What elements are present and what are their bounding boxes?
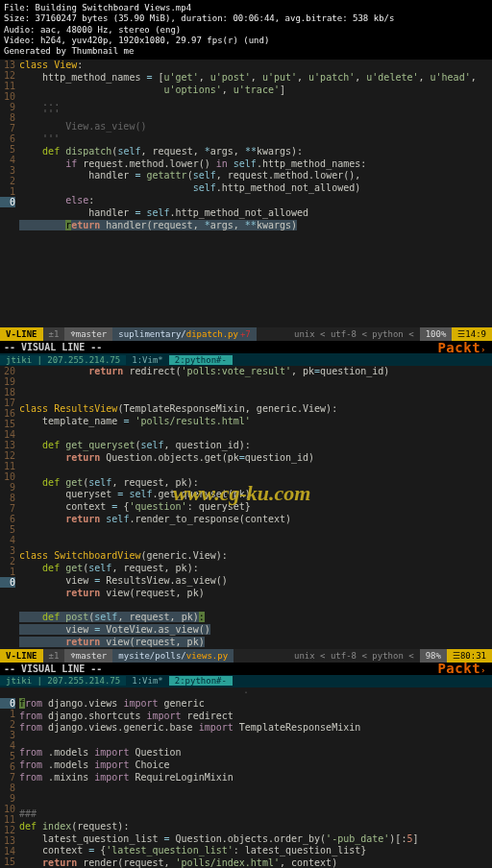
branch-name: ♆ master — [64, 649, 112, 663]
meta-video: Video: h264, yuv420p, 1920x1080, 29.97 f… — [4, 36, 488, 46]
meta-audio: Audio: aac, 48000 Hz, stereo (eng) — [4, 25, 488, 36]
file-path: suplimentary/dipatch.py+7 — [112, 327, 256, 341]
tmux-session: jtiki | 207.255.214.75 — [0, 355, 126, 365]
tmux-status-1: jtiki | 207.255.214.75 1:Vim* 2:python#- — [0, 353, 492, 366]
command-line-2[interactable]: -- VISUAL LINE -- Packt› — [0, 663, 492, 675]
gutter: 01 23 45 67 89 1011 1213 1415 1617 1819 … — [0, 698, 19, 868]
editor-pane-3: · 01 23 45 67 89 1011 1213 1415 1617 181… — [0, 687, 492, 868]
meta-file: File: Building Switchboard Views.mp4 — [4, 3, 488, 13]
tmux-tab-vim[interactable]: 1:Vim* — [126, 355, 169, 365]
statusline-2: V-LINE ±1 ♆ master mysite/polls/views.py… — [0, 649, 492, 663]
tmux-status-2: jtiki | 207.255.214.75 1:Vim* 2:python#- — [0, 675, 492, 687]
editor-pane-1: 1312 1110 98 76 54 32 10 class View: htt… — [0, 60, 492, 353]
meta-gen: Generated by Thumbnail me — [4, 46, 488, 57]
branch-name: ♆ master — [64, 327, 112, 341]
encoding: unix < utf-8 < python < — [288, 649, 420, 663]
separator: · — [0, 687, 492, 698]
tmux-tab-python[interactable]: 2:python#- — [169, 676, 233, 686]
encoding: unix < utf-8 < python < — [288, 327, 420, 341]
tmux-session: jtiki | 207.255.214.75 — [0, 676, 126, 686]
code-area-3[interactable]: from django.views import generic from dj… — [19, 698, 492, 868]
gutter: 1312 1110 98 76 54 32 10 — [0, 60, 19, 231]
command-line-1[interactable]: -- VISUAL LINE -- Packt› — [0, 341, 492, 353]
code-area-2[interactable]: return redirect('polls:vote_result', pk=… — [19, 366, 492, 648]
video-metadata: File: Building Switchboard Views.mp4 Siz… — [0, 0, 492, 60]
statusline-1: V-LINE ±1 ♆ master suplimentary/dipatch.… — [0, 327, 492, 341]
tmux-tab-vim[interactable]: 1:Vim* — [126, 676, 169, 686]
meta-size: Size: 37160247 bytes (35.90 MiB), durati… — [4, 13, 488, 24]
tmux-tab-python[interactable]: 2:python#- — [169, 355, 233, 365]
editor-pane-2: www.cg-ku.com 2019 1817 1615 1413 1211 1… — [0, 366, 492, 674]
packt-logo: Packt› — [437, 661, 486, 676]
code-area-1[interactable]: class View: http_method_names = [u'get',… — [19, 60, 492, 231]
git-status: ±1 — [43, 327, 65, 341]
mode-indicator: V-LINE — [0, 327, 43, 341]
git-status: ±1 — [43, 649, 65, 663]
gutter: 2019 1817 1615 1413 1211 109 87 65 43 21… — [0, 366, 19, 648]
packt-logo: Packt› — [437, 340, 486, 355]
file-path: mysite/polls/views.py — [112, 649, 234, 663]
mode-indicator: V-LINE — [0, 649, 43, 663]
